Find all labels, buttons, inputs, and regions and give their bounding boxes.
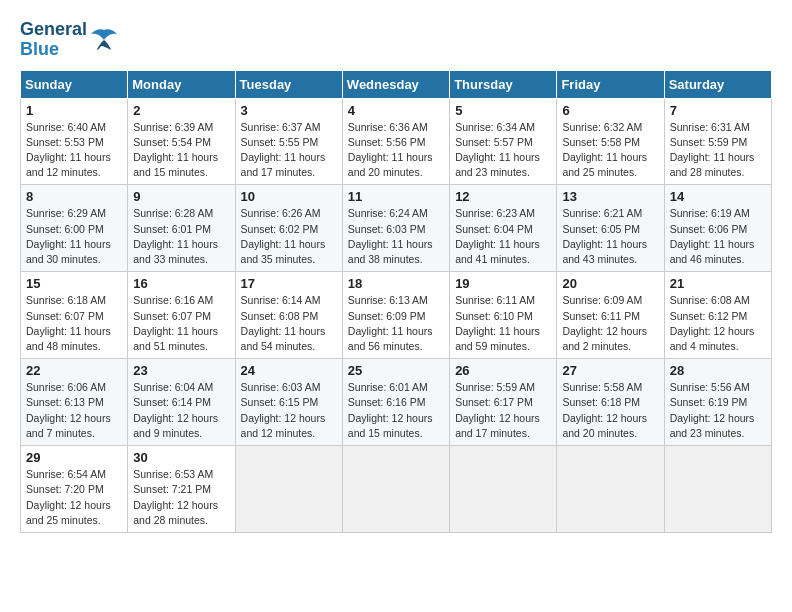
calendar-cell: 17Sunrise: 6:14 AMSunset: 6:08 PMDayligh… — [235, 272, 342, 359]
calendar-cell: 16Sunrise: 6:16 AMSunset: 6:07 PMDayligh… — [128, 272, 235, 359]
day-number: 19 — [455, 276, 551, 291]
day-info: Sunrise: 6:40 AMSunset: 5:53 PMDaylight:… — [26, 120, 122, 181]
day-number: 25 — [348, 363, 444, 378]
day-info: Sunrise: 6:21 AMSunset: 6:05 PMDaylight:… — [562, 206, 658, 267]
day-number: 17 — [241, 276, 337, 291]
day-info: Sunrise: 6:09 AMSunset: 6:11 PMDaylight:… — [562, 293, 658, 354]
day-info: Sunrise: 5:56 AMSunset: 6:19 PMDaylight:… — [670, 380, 766, 441]
calendar-cell: 1Sunrise: 6:40 AMSunset: 5:53 PMDaylight… — [21, 98, 128, 185]
calendar-cell — [342, 446, 449, 533]
day-info: Sunrise: 6:06 AMSunset: 6:13 PMDaylight:… — [26, 380, 122, 441]
calendar-cell: 12Sunrise: 6:23 AMSunset: 6:04 PMDayligh… — [450, 185, 557, 272]
day-number: 1 — [26, 103, 122, 118]
day-info: Sunrise: 6:01 AMSunset: 6:16 PMDaylight:… — [348, 380, 444, 441]
calendar-cell: 6Sunrise: 6:32 AMSunset: 5:58 PMDaylight… — [557, 98, 664, 185]
day-info: Sunrise: 6:23 AMSunset: 6:04 PMDaylight:… — [455, 206, 551, 267]
calendar-cell: 5Sunrise: 6:34 AMSunset: 5:57 PMDaylight… — [450, 98, 557, 185]
day-info: Sunrise: 6:26 AMSunset: 6:02 PMDaylight:… — [241, 206, 337, 267]
day-number: 10 — [241, 189, 337, 204]
logo-bird-icon — [89, 28, 119, 52]
day-info: Sunrise: 6:28 AMSunset: 6:01 PMDaylight:… — [133, 206, 229, 267]
day-number: 28 — [670, 363, 766, 378]
day-info: Sunrise: 6:16 AMSunset: 6:07 PMDaylight:… — [133, 293, 229, 354]
calendar-table: SundayMondayTuesdayWednesdayThursdayFrid… — [20, 70, 772, 533]
calendar-cell: 8Sunrise: 6:29 AMSunset: 6:00 PMDaylight… — [21, 185, 128, 272]
company-logo: General Blue — [20, 20, 119, 60]
day-info: Sunrise: 5:58 AMSunset: 6:18 PMDaylight:… — [562, 380, 658, 441]
col-header-saturday: Saturday — [664, 70, 771, 98]
day-number: 8 — [26, 189, 122, 204]
day-number: 26 — [455, 363, 551, 378]
calendar-cell — [557, 446, 664, 533]
col-header-thursday: Thursday — [450, 70, 557, 98]
day-info: Sunrise: 6:53 AMSunset: 7:21 PMDaylight:… — [133, 467, 229, 528]
day-number: 18 — [348, 276, 444, 291]
day-number: 5 — [455, 103, 551, 118]
calendar-cell: 3Sunrise: 6:37 AMSunset: 5:55 PMDaylight… — [235, 98, 342, 185]
calendar-cell: 13Sunrise: 6:21 AMSunset: 6:05 PMDayligh… — [557, 185, 664, 272]
day-number: 14 — [670, 189, 766, 204]
day-info: Sunrise: 6:24 AMSunset: 6:03 PMDaylight:… — [348, 206, 444, 267]
col-header-sunday: Sunday — [21, 70, 128, 98]
calendar-cell: 20Sunrise: 6:09 AMSunset: 6:11 PMDayligh… — [557, 272, 664, 359]
day-number: 11 — [348, 189, 444, 204]
day-number: 6 — [562, 103, 658, 118]
day-info: Sunrise: 6:13 AMSunset: 6:09 PMDaylight:… — [348, 293, 444, 354]
day-info: Sunrise: 6:04 AMSunset: 6:14 PMDaylight:… — [133, 380, 229, 441]
day-number: 4 — [348, 103, 444, 118]
calendar-cell: 24Sunrise: 6:03 AMSunset: 6:15 PMDayligh… — [235, 359, 342, 446]
day-number: 29 — [26, 450, 122, 465]
calendar-cell: 15Sunrise: 6:18 AMSunset: 6:07 PMDayligh… — [21, 272, 128, 359]
calendar-cell: 21Sunrise: 6:08 AMSunset: 6:12 PMDayligh… — [664, 272, 771, 359]
day-number: 20 — [562, 276, 658, 291]
day-number: 21 — [670, 276, 766, 291]
day-number: 22 — [26, 363, 122, 378]
calendar-cell: 4Sunrise: 6:36 AMSunset: 5:56 PMDaylight… — [342, 98, 449, 185]
day-info: Sunrise: 6:29 AMSunset: 6:00 PMDaylight:… — [26, 206, 122, 267]
day-info: Sunrise: 6:36 AMSunset: 5:56 PMDaylight:… — [348, 120, 444, 181]
day-info: Sunrise: 6:11 AMSunset: 6:10 PMDaylight:… — [455, 293, 551, 354]
day-number: 23 — [133, 363, 229, 378]
col-header-monday: Monday — [128, 70, 235, 98]
calendar-cell: 11Sunrise: 6:24 AMSunset: 6:03 PMDayligh… — [342, 185, 449, 272]
day-number: 30 — [133, 450, 229, 465]
col-header-tuesday: Tuesday — [235, 70, 342, 98]
calendar-cell: 19Sunrise: 6:11 AMSunset: 6:10 PMDayligh… — [450, 272, 557, 359]
logo-general: General — [20, 20, 87, 40]
day-info: Sunrise: 6:18 AMSunset: 6:07 PMDaylight:… — [26, 293, 122, 354]
day-number: 13 — [562, 189, 658, 204]
calendar-cell — [235, 446, 342, 533]
col-header-friday: Friday — [557, 70, 664, 98]
calendar-cell: 7Sunrise: 6:31 AMSunset: 5:59 PMDaylight… — [664, 98, 771, 185]
day-info: Sunrise: 6:03 AMSunset: 6:15 PMDaylight:… — [241, 380, 337, 441]
calendar-cell: 22Sunrise: 6:06 AMSunset: 6:13 PMDayligh… — [21, 359, 128, 446]
day-info: Sunrise: 6:32 AMSunset: 5:58 PMDaylight:… — [562, 120, 658, 181]
calendar-cell: 26Sunrise: 5:59 AMSunset: 6:17 PMDayligh… — [450, 359, 557, 446]
day-number: 2 — [133, 103, 229, 118]
day-info: Sunrise: 6:34 AMSunset: 5:57 PMDaylight:… — [455, 120, 551, 181]
day-info: Sunrise: 6:39 AMSunset: 5:54 PMDaylight:… — [133, 120, 229, 181]
day-number: 3 — [241, 103, 337, 118]
col-header-wednesday: Wednesday — [342, 70, 449, 98]
calendar-cell — [450, 446, 557, 533]
calendar-cell: 30Sunrise: 6:53 AMSunset: 7:21 PMDayligh… — [128, 446, 235, 533]
calendar-cell: 2Sunrise: 6:39 AMSunset: 5:54 PMDaylight… — [128, 98, 235, 185]
calendar-cell — [664, 446, 771, 533]
day-number: 27 — [562, 363, 658, 378]
day-info: Sunrise: 6:14 AMSunset: 6:08 PMDaylight:… — [241, 293, 337, 354]
calendar-cell: 28Sunrise: 5:56 AMSunset: 6:19 PMDayligh… — [664, 359, 771, 446]
day-number: 9 — [133, 189, 229, 204]
day-info: Sunrise: 6:31 AMSunset: 5:59 PMDaylight:… — [670, 120, 766, 181]
calendar-cell: 18Sunrise: 6:13 AMSunset: 6:09 PMDayligh… — [342, 272, 449, 359]
day-number: 12 — [455, 189, 551, 204]
day-info: Sunrise: 6:08 AMSunset: 6:12 PMDaylight:… — [670, 293, 766, 354]
day-number: 16 — [133, 276, 229, 291]
day-number: 15 — [26, 276, 122, 291]
day-number: 24 — [241, 363, 337, 378]
day-info: Sunrise: 6:19 AMSunset: 6:06 PMDaylight:… — [670, 206, 766, 267]
calendar-cell: 10Sunrise: 6:26 AMSunset: 6:02 PMDayligh… — [235, 185, 342, 272]
calendar-cell: 14Sunrise: 6:19 AMSunset: 6:06 PMDayligh… — [664, 185, 771, 272]
logo-blue: Blue — [20, 40, 87, 60]
calendar-cell: 27Sunrise: 5:58 AMSunset: 6:18 PMDayligh… — [557, 359, 664, 446]
calendar-cell: 23Sunrise: 6:04 AMSunset: 6:14 PMDayligh… — [128, 359, 235, 446]
